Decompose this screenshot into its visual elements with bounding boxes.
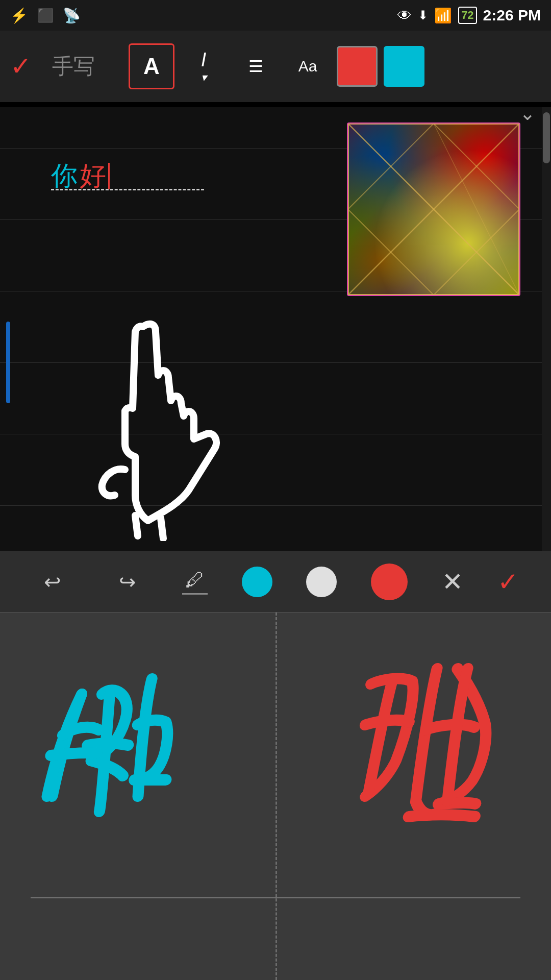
blue-marker	[6, 322, 10, 403]
font-size-button[interactable]: Aa	[285, 43, 331, 89]
color-red-dot[interactable]	[371, 564, 408, 600]
eye-icon: 👁	[397, 7, 412, 24]
color-cyan-button[interactable]	[384, 46, 424, 87]
wifi-icon: 📡	[63, 7, 81, 24]
text-underline	[51, 189, 204, 190]
hw-canvas[interactable]	[0, 612, 551, 980]
hw-center-line	[276, 612, 277, 980]
color-red-button[interactable]	[337, 46, 378, 87]
eraser-line	[182, 593, 208, 595]
color-white-dot[interactable]	[306, 567, 337, 597]
hw-char-red	[332, 643, 524, 850]
sync-icon: ⬛	[37, 8, 54, 23]
italic-button[interactable]: I ▾	[181, 43, 227, 89]
hand-cursor	[26, 316, 260, 541]
usb-icon: ⚡	[10, 7, 28, 24]
text-cursor	[108, 163, 110, 189]
status-time: 2:26 PM	[483, 7, 541, 24]
collapse-row: ⌄	[519, 102, 536, 125]
align-button[interactable]: ☰	[233, 43, 279, 89]
redo-button[interactable]: ↪	[107, 561, 148, 602]
battery-indicator: 72	[458, 7, 477, 24]
undo-button[interactable]: ↩	[32, 561, 73, 602]
signal-icon: 📶	[434, 7, 452, 24]
scrollbar[interactable]	[542, 107, 551, 551]
hw-toolbar: ↩ ↪ 🖊 ✕ ✓	[0, 551, 551, 612]
collapse-button[interactable]: ⌄	[519, 103, 536, 124]
hw-confirm-button[interactable]: ✓	[497, 567, 519, 597]
color-cyan-dot[interactable]	[242, 567, 272, 597]
toolbar-title: 手写	[52, 52, 95, 81]
canvas-area[interactable]: 你 好	[0, 107, 551, 551]
hw-baseline	[31, 897, 520, 898]
scrollbar-thumb[interactable]	[543, 112, 550, 163]
confirm-button[interactable]: ✓	[10, 52, 32, 81]
status-bar: ⚡ ⬛ 📡 👁 ⬇ 📶 72 2:26 PM	[0, 0, 551, 31]
color-picker-gradient[interactable]	[348, 124, 519, 295]
hw-char-cyan	[17, 653, 197, 852]
download-icon: ⬇	[418, 8, 428, 22]
picker-diagonals	[348, 124, 519, 295]
toolbar: ✓ 手写 A I ▾ ☰ Aa	[0, 31, 551, 102]
eraser-button[interactable]: 🖊	[182, 569, 208, 595]
hw-panel: ↩ ↪ 🖊 ✕ ✓	[0, 551, 551, 980]
hw-close-button[interactable]: ✕	[442, 567, 463, 597]
color-picker[interactable]	[347, 122, 520, 296]
font-type-button[interactable]: A	[129, 43, 174, 89]
